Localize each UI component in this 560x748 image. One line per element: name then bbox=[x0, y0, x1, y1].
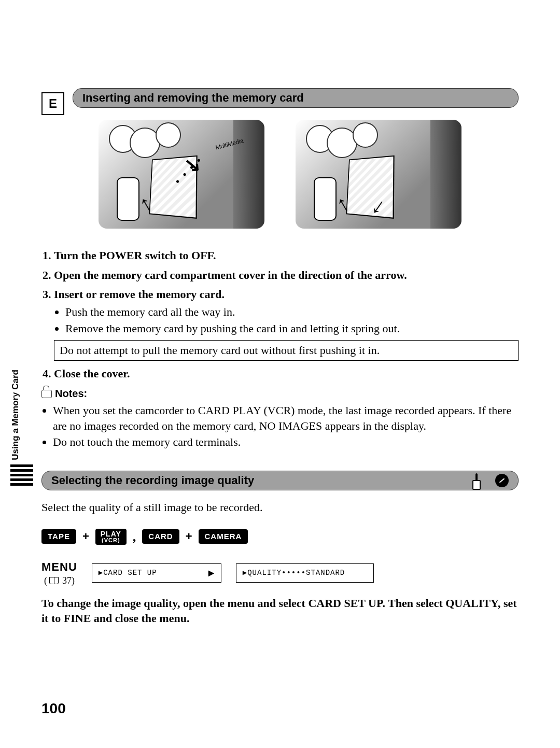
menu-flow-row: MENU ( 37) ▶CARD SET UP ▶ ▶QUALITY•••••S… bbox=[41, 559, 519, 587]
pen-icon bbox=[495, 474, 509, 487]
step-1: Turn the POWER switch to OFF. bbox=[54, 249, 216, 262]
menu-box-quality: ▶QUALITY•••••STANDARD bbox=[236, 563, 374, 583]
card-mode-label: CARD bbox=[142, 529, 179, 544]
camera-mode-label: CAMERA bbox=[199, 529, 248, 544]
step-3-bullet-1: Push the memory card all the way in. bbox=[65, 304, 519, 320]
section-title-text: Selecting the recording image quality bbox=[51, 474, 254, 487]
menu-word: MENU bbox=[41, 559, 77, 575]
illustration-remove: ↑ ↓ bbox=[296, 120, 461, 229]
section-title-insert-remove: Inserting and removing the memory card bbox=[73, 88, 519, 108]
dual-page-icon bbox=[475, 474, 490, 487]
notes-heading: Notes: bbox=[41, 387, 519, 401]
tape-mode-label: TAPE bbox=[41, 529, 76, 544]
steps-content: Turn the POWER switch to OFF. Open the m… bbox=[41, 248, 519, 450]
menu-box-card-set-up: ▶CARD SET UP ▶ bbox=[92, 563, 221, 583]
plus-icon: + bbox=[82, 529, 89, 544]
page-number: 100 bbox=[41, 700, 66, 717]
play-vcr-mode-label: PLAY (VCR) bbox=[95, 529, 127, 545]
book-icon bbox=[49, 577, 59, 584]
sidebar-chapter-label: Using a Memory Card bbox=[10, 370, 21, 504]
step-3-warning-box: Do not attempt to pull the memory card o… bbox=[54, 340, 519, 361]
menu-button-block: MENU ( 37) bbox=[41, 559, 77, 587]
intro-line: Select the quality of a still image to b… bbox=[41, 500, 519, 515]
mode-row: TAPE + PLAY (VCR) , CARD + CAMERA bbox=[41, 528, 519, 546]
step-2: Open the memory card compartment cover i… bbox=[54, 269, 407, 281]
separator-comma: , bbox=[133, 528, 136, 546]
section-title-image-quality: Selecting the recording image quality bbox=[41, 471, 519, 490]
cover-arrow-icon: ↘ bbox=[183, 153, 202, 177]
note-1: When you set the camcorder to CARD PLAY … bbox=[53, 403, 519, 433]
chevron-right-icon: ▶ bbox=[208, 568, 215, 578]
language-box: E bbox=[41, 92, 64, 115]
memory-card-illustration: MultiMedia • • • • ↑ ↘ ↑ ↓ bbox=[99, 117, 461, 231]
illustration-insert: MultiMedia • • • • ↑ ↘ bbox=[99, 120, 264, 229]
notes-lock-icon bbox=[41, 390, 52, 398]
step-3: Insert or remove the memory card. bbox=[54, 288, 225, 301]
plus-icon-2: + bbox=[186, 529, 192, 544]
final-instruction: To change the image quality, open the me… bbox=[41, 596, 519, 626]
step-4: Close the cover. bbox=[54, 367, 130, 380]
step-3-bullet-2: Remove the memory card by pushing the ca… bbox=[65, 321, 519, 336]
menu-page-ref: 37 bbox=[62, 575, 72, 586]
note-2: Do not touch the memory card terminals. bbox=[53, 434, 519, 450]
